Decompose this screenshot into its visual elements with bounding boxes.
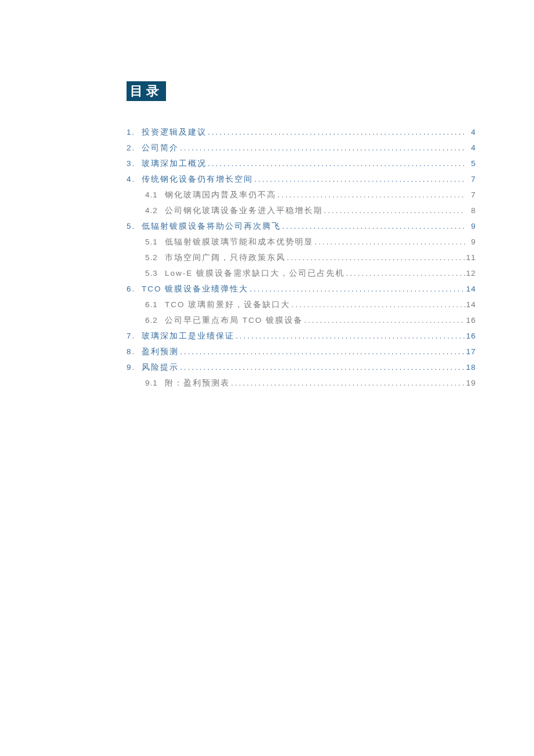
toc-leader-dots (234, 328, 466, 344)
toc-entry[interactable]: 9.1附：盈利预测表19 (127, 375, 476, 391)
toc-leader-dots (248, 281, 466, 297)
table-of-contents: 1.投资逻辑及建议42.公司简介43.玻璃深加工概况54.传统钢化设备仍有增长空… (127, 124, 476, 391)
toc-leader-dots (207, 124, 466, 140)
toc-entry-label: 低辐射镀膜设备将助公司再次腾飞 (142, 218, 281, 234)
toc-entry[interactable]: 5.低辐射镀膜设备将助公司再次腾飞9 (127, 218, 476, 234)
toc-entry-page: 14 (466, 281, 476, 297)
toc-entry-number: 5. (127, 218, 142, 234)
toc-entry-number: 8. (127, 344, 142, 359)
toc-entry-page: 8 (466, 203, 476, 218)
toc-entry-label: 玻璃深加工概况 (142, 156, 207, 171)
toc-leader-dots (345, 265, 466, 281)
toc-entry[interactable]: 3.玻璃深加工概况5 (127, 156, 476, 171)
toc-entry-number: 3. (127, 156, 142, 171)
toc-entry-number: 4.2 (145, 203, 165, 218)
toc-entry-number: 9. (127, 359, 142, 375)
toc-entry-page: 11 (466, 250, 476, 265)
toc-entry-page: 16 (466, 328, 476, 344)
toc-entry-label: 公司早已重点布局 TCO 镀膜设备 (165, 312, 303, 328)
toc-entry-number: 9.1 (145, 375, 165, 391)
toc-entry-page: 16 (466, 312, 476, 328)
toc-entry-page: 5 (466, 156, 476, 171)
toc-entry-page: 7 (466, 171, 476, 187)
toc-title: 目录 (127, 81, 166, 101)
toc-entry-number: 5.2 (145, 250, 165, 265)
toc-leader-dots (230, 375, 466, 391)
toc-entry-number: 4. (127, 171, 142, 187)
toc-leader-dots (323, 203, 466, 218)
toc-entry[interactable]: 6.1TCO 玻璃前景好，设备缺口大14 (127, 297, 476, 312)
toc-leader-dots (179, 344, 466, 359)
toc-leader-dots (281, 218, 466, 234)
toc-entry[interactable]: 1.投资逻辑及建议4 (127, 124, 476, 140)
toc-leader-dots (303, 312, 466, 328)
toc-leader-dots (179, 140, 466, 156)
toc-entry-page: 19 (466, 375, 476, 391)
toc-entry-label: 公司钢化玻璃设备业务进入平稳增长期 (165, 203, 323, 218)
toc-entry-label: TCO 镀膜设备业绩弹性大 (142, 281, 248, 297)
toc-entry[interactable]: 6.TCO 镀膜设备业绩弹性大14 (127, 281, 476, 297)
toc-entry-page: 9 (466, 234, 476, 250)
toc-entry-label: 传统钢化设备仍有增长空间 (142, 171, 253, 187)
toc-entry-page: 18 (466, 359, 476, 375)
toc-entry-page: 17 (466, 344, 476, 359)
toc-entry[interactable]: 9.风险提示18 (127, 359, 476, 375)
toc-entry-label: 钢化玻璃国内普及率仍不高 (165, 187, 276, 203)
toc-entry[interactable]: 4.2公司钢化玻璃设备业务进入平稳增长期8 (127, 203, 476, 218)
toc-entry-label: 投资逻辑及建议 (142, 124, 207, 140)
toc-entry[interactable]: 4.传统钢化设备仍有增长空间7 (127, 171, 476, 187)
toc-entry-number: 5.1 (145, 234, 165, 250)
toc-entry-page: 7 (466, 187, 476, 203)
toc-entry[interactable]: 5.1低辐射镀膜玻璃节能和成本优势明显9 (127, 234, 476, 250)
toc-entry-number: 4.1 (145, 187, 165, 203)
toc-entry-page: 14 (466, 297, 476, 312)
toc-entry-label: 附：盈利预测表 (165, 375, 230, 391)
toc-entry-label: 玻璃深加工是业绩保证 (142, 328, 234, 344)
toc-entry-number: 6.1 (145, 297, 165, 312)
toc-entry-page: 9 (466, 218, 476, 234)
toc-leader-dots (207, 156, 466, 171)
toc-entry[interactable]: 8.盈利预测17 (127, 344, 476, 359)
toc-entry[interactable]: 2.公司简介4 (127, 140, 476, 156)
toc-entry[interactable]: 6.2公司早已重点布局 TCO 镀膜设备16 (127, 312, 476, 328)
toc-entry-number: 5.3 (145, 265, 165, 281)
toc-entry-number: 2. (127, 140, 142, 156)
toc-entry-label: 公司简介 (142, 140, 179, 156)
toc-leader-dots (286, 250, 466, 265)
toc-entry-label: Low-E 镀膜设备需求缺口大，公司已占先机 (165, 265, 345, 281)
toc-leader-dots (313, 234, 466, 250)
toc-entry-label: TCO 玻璃前景好，设备缺口大 (165, 297, 290, 312)
toc-entry-label: 低辐射镀膜玻璃节能和成本优势明显 (165, 234, 313, 250)
toc-leader-dots (179, 359, 466, 375)
toc-entry[interactable]: 5.3Low-E 镀膜设备需求缺口大，公司已占先机12 (127, 265, 476, 281)
toc-leader-dots (276, 187, 466, 203)
toc-entry[interactable]: 7.玻璃深加工是业绩保证16 (127, 328, 476, 344)
toc-entry-page: 12 (466, 265, 476, 281)
toc-entry-label: 市场空间广阔，只待政策东风 (165, 250, 286, 265)
toc-entry-page: 4 (466, 140, 476, 156)
toc-entry-page: 4 (466, 124, 476, 140)
toc-entry[interactable]: 5.2市场空间广阔，只待政策东风11 (127, 250, 476, 265)
toc-entry-number: 6.2 (145, 312, 165, 328)
toc-leader-dots (290, 297, 466, 312)
toc-entry-label: 盈利预测 (142, 344, 179, 359)
toc-leader-dots (253, 171, 466, 187)
toc-entry-number: 1. (127, 124, 142, 140)
toc-entry[interactable]: 4.1钢化玻璃国内普及率仍不高7 (127, 187, 476, 203)
toc-entry-number: 7. (127, 328, 142, 344)
toc-entry-number: 6. (127, 281, 142, 297)
toc-entry-label: 风险提示 (142, 359, 179, 375)
